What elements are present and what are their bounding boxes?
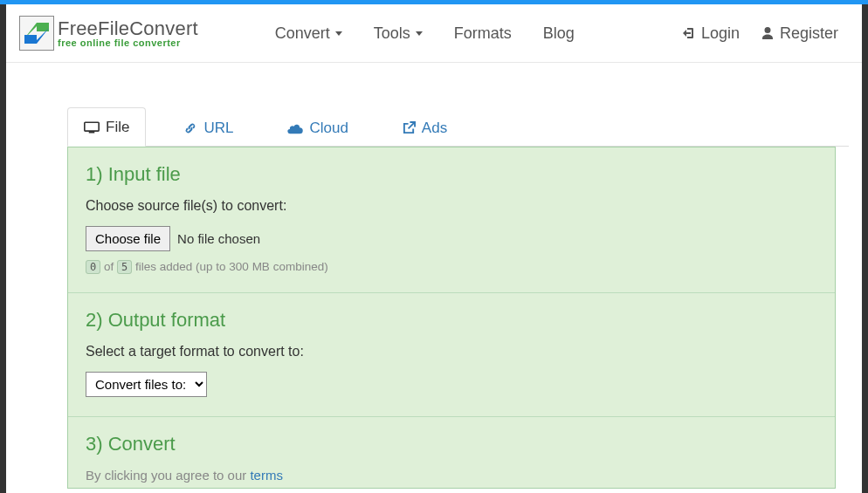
caret-down-icon <box>335 31 342 36</box>
cloud-icon <box>287 122 303 134</box>
step1-title: 1) Input file <box>86 163 817 186</box>
user-icon <box>761 26 775 40</box>
desktop-icon <box>84 121 100 134</box>
nav-blog-label: Blog <box>543 24 575 43</box>
top-navbar: FreeFileConvert free online file convert… <box>6 4 862 63</box>
terms-line: By clicking you agree to our terms <box>86 468 817 483</box>
terms-link[interactable]: terms <box>250 468 283 483</box>
tab-url[interactable]: URL <box>167 107 250 147</box>
choose-file-button[interactable]: Choose file <box>86 226 170 251</box>
tab-cloud[interactable]: Cloud <box>271 107 364 147</box>
step-convert: 3) Convert By clicking you agree to our … <box>68 417 835 488</box>
step2-title: 2) Output format <box>86 309 817 332</box>
nav-formats[interactable]: Formats <box>438 7 527 60</box>
count-of-label: of <box>104 260 114 273</box>
files-max-count: 5 <box>117 260 132 274</box>
tab-file[interactable]: File <box>67 107 146 147</box>
nav-tools-label: Tools <box>374 24 410 43</box>
tab-cloud-label: Cloud <box>309 120 348 137</box>
step1-instruction: Choose source file(s) to convert: <box>86 198 817 214</box>
nav-right: Login Register <box>672 7 849 60</box>
nav-blog[interactable]: Blog <box>527 7 590 60</box>
nav-tools[interactable]: Tools <box>358 7 438 60</box>
svg-rect-1 <box>85 122 99 131</box>
file-count-help: 0 of 5 files added (up to 300 MB combine… <box>86 260 817 273</box>
conversion-panel: 1) Input file Choose source file(s) to c… <box>67 147 836 489</box>
login-label: Login <box>701 24 740 43</box>
caret-down-icon <box>416 31 423 36</box>
logo-title: FreeFileConvert <box>58 19 198 38</box>
link-icon <box>183 121 197 135</box>
step-input: 1) Input file Choose source file(s) to c… <box>68 147 835 293</box>
convert-arrows-icon <box>19 16 54 51</box>
file-status-text: No file chosen <box>177 231 260 246</box>
tab-url-label: URL <box>203 120 233 137</box>
terms-prefix: By clicking you agree to our <box>86 468 250 483</box>
external-link-icon <box>403 121 416 134</box>
output-format-select[interactable]: Convert files to: <box>86 372 207 397</box>
nav-convert-label: Convert <box>275 24 330 43</box>
login-icon <box>682 26 696 40</box>
step2-instruction: Select a target format to convert to: <box>86 344 817 359</box>
nav-convert[interactable]: Convert <box>259 7 358 60</box>
source-tabs: File URL Cloud Ads <box>67 106 849 147</box>
logo-subtitle: free online file converter <box>58 38 198 48</box>
tab-file-label: File <box>106 119 129 136</box>
tab-ads[interactable]: Ads <box>386 107 464 147</box>
nav-formats-label: Formats <box>454 24 512 43</box>
register-link[interactable]: Register <box>750 7 849 60</box>
step3-title: 3) Convert <box>86 433 817 455</box>
register-label: Register <box>780 24 838 43</box>
svg-rect-2 <box>89 132 95 134</box>
login-link[interactable]: Login <box>672 7 750 60</box>
files-current-count: 0 <box>86 260 100 274</box>
count-suffix-label: files added (up to 300 MB combined) <box>135 260 328 273</box>
tab-ads-label: Ads <box>422 120 447 137</box>
svg-rect-0 <box>20 17 54 51</box>
site-logo[interactable]: FreeFileConvert free online file convert… <box>19 12 198 54</box>
step-output: 2) Output format Select a target format … <box>68 293 835 417</box>
nav-menu: Convert Tools Formats Blog <box>259 4 590 62</box>
